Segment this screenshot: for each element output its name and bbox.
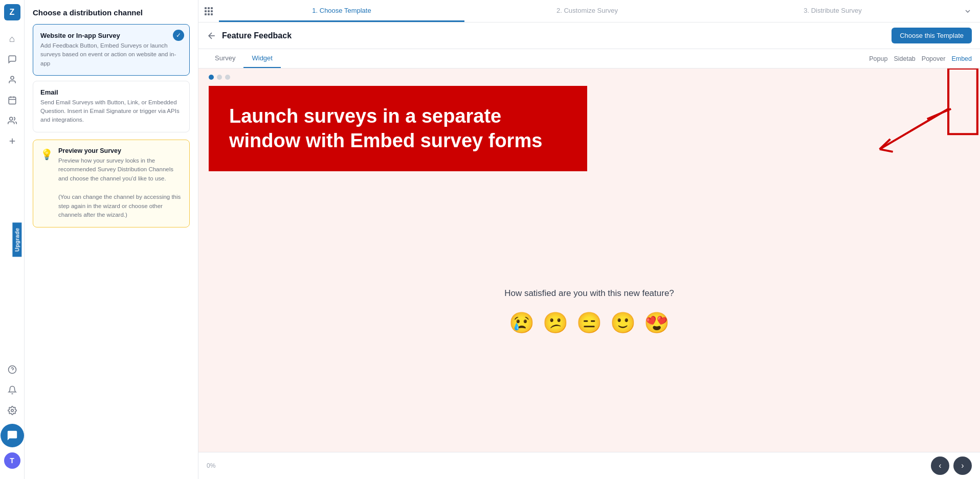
nav-bell[interactable] [3, 381, 21, 399]
nav-settings[interactable] [3, 401, 21, 420]
view-popover[interactable]: Popover [922, 55, 946, 62]
svg-rect-12 [208, 7, 210, 9]
app-logo[interactable]: Z [4, 4, 20, 20]
tab-bar: Survey Widget Popup Sidetab Popover Embe… [198, 49, 980, 69]
nav-user[interactable] [3, 71, 21, 89]
svg-line-22 [927, 109, 951, 119]
svg-rect-19 [211, 13, 213, 15]
prev-arrow-button[interactable]: ‹ [931, 457, 949, 475]
preview-survey-card: 💡 Preview your Survey Preview how your s… [33, 140, 190, 228]
preview-area: Launch surveys in a separate window with… [198, 69, 980, 452]
svg-point-5 [9, 117, 12, 120]
progress-text: 0% [207, 462, 215, 469]
nav-team[interactable] [3, 111, 21, 130]
tab-widget[interactable]: Widget [243, 49, 280, 68]
svg-point-10 [11, 409, 13, 412]
channel-website-title: Website or In-app Survey [40, 32, 182, 39]
svg-rect-14 [205, 10, 207, 12]
nav-add[interactable] [3, 132, 21, 150]
tabs-left: Survey Widget [207, 49, 281, 68]
sidebar-title: Choose a distribution channel [33, 8, 190, 17]
selected-checkmark: ✓ [173, 30, 184, 41]
view-sidetab[interactable]: Sidetab [894, 55, 915, 62]
dot-3 [225, 75, 230, 80]
nav-home[interactable]: ⌂ [3, 30, 21, 48]
preview-card-title: Preview your Survey [58, 147, 182, 154]
emoji-4[interactable]: 🙂 [610, 311, 636, 335]
emoji-2[interactable]: 😕 [543, 311, 568, 335]
bottom-bar: 0% ‹ › [198, 452, 980, 479]
channel-card-website[interactable]: Website or In-app Survey Add Feedback Bu… [33, 24, 190, 76]
step-2[interactable]: 2. Customize Survey [464, 0, 710, 22]
svg-rect-16 [211, 10, 213, 12]
emoji-5[interactable]: 😍 [644, 311, 670, 335]
tab-survey[interactable]: Survey [207, 49, 243, 68]
nav-help[interactable] [3, 360, 21, 379]
bulb-icon: 💡 [40, 148, 53, 220]
step-3[interactable]: 3. Distribute Survey [710, 0, 955, 22]
dots-bar [198, 69, 980, 86]
main-content: 1. Choose Template 2. Customize Survey 3… [198, 0, 980, 479]
dot-1 [209, 75, 214, 80]
view-embed[interactable]: Embed [951, 55, 972, 62]
svg-rect-15 [208, 10, 210, 12]
svg-rect-13 [211, 7, 213, 9]
promo-banner: Launch surveys in a separate window with… [209, 86, 587, 171]
step-bar-dropdown[interactable] [955, 0, 980, 22]
svg-rect-1 [9, 97, 16, 104]
survey-question-area: How satisfied are you with this new feat… [198, 171, 980, 452]
svg-line-23 [880, 109, 948, 149]
emoji-1[interactable]: 😢 [509, 311, 534, 335]
svg-rect-18 [208, 13, 210, 15]
svg-rect-11 [205, 7, 207, 9]
channel-email-title: Email [40, 88, 182, 96]
channel-card-email[interactable]: Email Send Email Surveys with Button, Li… [33, 81, 190, 132]
step-bar: 1. Choose Template 2. Customize Survey 3… [198, 0, 980, 22]
nav-chat[interactable] [3, 50, 21, 69]
view-options: Popup Sidetab Popover Embed [869, 55, 972, 62]
next-arrow-button[interactable]: › [953, 457, 972, 475]
survey-title: Feature Feedback [222, 31, 292, 40]
svg-rect-17 [205, 13, 207, 15]
channel-website-desc: Add Feedback Button, Embed Surveys or la… [40, 41, 182, 68]
step-1[interactable]: 1. Choose Template [219, 0, 464, 22]
emoji-rating-row: 😢 😕 😑 🙂 😍 [509, 311, 670, 335]
emoji-3[interactable]: 😑 [576, 311, 602, 335]
svg-point-0 [11, 76, 14, 79]
chat-support-btn[interactable] [1, 424, 24, 447]
upgrade-badge[interactable]: Upgrade [12, 222, 21, 257]
header-bar: Feature Feedback Choose this Template [198, 22, 980, 49]
user-avatar[interactable]: T [4, 452, 20, 469]
grid-icon [198, 0, 219, 22]
channel-email-desc: Send Email Surveys with Button, Link, or… [40, 98, 182, 125]
dot-2 [217, 75, 222, 80]
svg-line-24 [880, 139, 890, 149]
back-button[interactable] [207, 31, 217, 41]
nav-arrows: ‹ › [931, 457, 972, 475]
survey-question: How satisfied are you with this new feat… [504, 288, 674, 299]
preview-card-desc: Preview how your survey looks in the rec… [58, 156, 182, 220]
svg-line-25 [880, 149, 893, 152]
view-popup[interactable]: Popup [869, 55, 887, 62]
nav-calendar[interactable] [3, 91, 21, 109]
distribution-sidebar: Choose a distribution channel Website or… [25, 0, 198, 479]
choose-template-button[interactable]: Choose this Template [892, 28, 972, 43]
promo-text: Launch surveys in a separate window with… [229, 104, 567, 153]
